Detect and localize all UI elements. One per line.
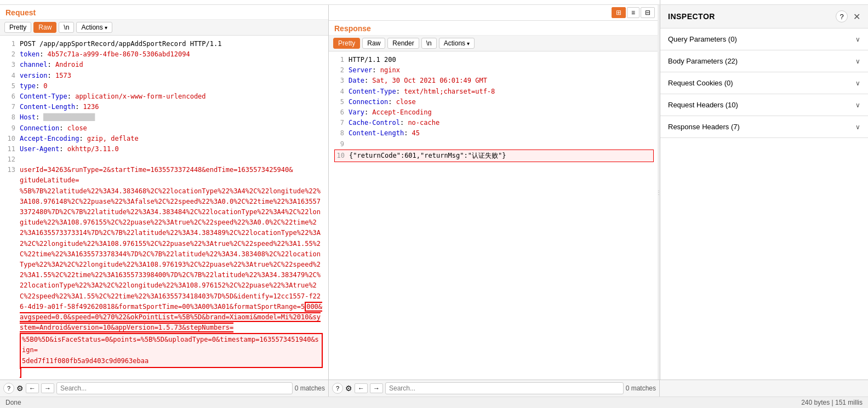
inspector-section-response-headers-header[interactable]: Response Headers (7) ∨ bbox=[660, 116, 868, 137]
inspector-response-headers-label: Response Headers (7) bbox=[668, 123, 740, 131]
response-toolbar: Pretty Raw Render \n Actions ▾ bbox=[329, 36, 659, 51]
request-settings-icon[interactable]: ⚙ bbox=[16, 384, 24, 393]
inspector-section-request-cookies-header[interactable]: Request Cookies (0) ∨ bbox=[660, 72, 868, 94]
status-bar: Done 240 bytes | 151 millis bbox=[0, 396, 868, 408]
inspector-section-query-params: Query Parameters (0) ∨ bbox=[660, 28, 868, 50]
request-code-area: 1POST /app/appSportRecord/appAddSportRec… bbox=[0, 36, 328, 380]
inspector-close-button[interactable]: ✕ bbox=[853, 12, 860, 22]
actions-chevron-icon: ▾ bbox=[105, 25, 107, 31]
response-settings-icon[interactable]: ⚙ bbox=[345, 384, 352, 393]
pretty-button[interactable]: Pretty bbox=[4, 22, 31, 33]
newline-button[interactable]: \n bbox=[59, 22, 74, 33]
status-right: 240 bytes | 151 millis bbox=[801, 399, 863, 406]
request-matches-text: 0 matches bbox=[295, 384, 325, 392]
inspector-section-body-params: Body Parameters (22) ∨ bbox=[660, 50, 868, 72]
inspector-query-params-label: Query Parameters (0) bbox=[668, 35, 737, 43]
request-panel: Request Pretty Raw \n Actions ▾ 1POST /a… bbox=[0, 5, 329, 380]
inspector-request-cookies-label: Request Cookies (0) bbox=[668, 79, 733, 87]
request-cookies-chevron-icon: ∨ bbox=[855, 79, 860, 87]
response-pretty-button[interactable]: Pretty bbox=[333, 38, 360, 49]
request-search-bar: ? ⚙ ← → 0 matches bbox=[0, 380, 329, 396]
body-params-chevron-icon: ∨ bbox=[855, 58, 860, 65]
inspector-body-params-label: Body Parameters (22) bbox=[668, 57, 738, 65]
inspector-section-body-params-header[interactable]: Body Parameters (22) ∨ bbox=[660, 50, 868, 72]
inspector-section-query-params-header[interactable]: Query Parameters (0) ∨ bbox=[660, 28, 868, 50]
status-left: Done bbox=[5, 399, 21, 406]
request-search-input[interactable] bbox=[56, 382, 293, 394]
inspector-help-button[interactable]: ? bbox=[836, 10, 848, 22]
response-headers-chevron-icon: ∨ bbox=[855, 123, 860, 131]
inspector-section-request-headers-header[interactable]: Request Headers (10) ∨ bbox=[660, 94, 868, 116]
inspector-header: INSPECTOR ? ✕ bbox=[660, 5, 868, 28]
view-toggle-grid[interactable]: ⊞ bbox=[612, 7, 626, 18]
response-code-area: 1HTTP/1.1 200 2Server: nginx 3Date: Sat,… bbox=[329, 51, 659, 380]
request-prev-match-button[interactable]: ← bbox=[26, 383, 39, 393]
inspector-section-request-cookies: Request Cookies (0) ∨ bbox=[660, 72, 868, 94]
response-search-bar: ? ⚙ ← → 0 matches bbox=[329, 380, 660, 396]
inspector-request-headers-label: Request Headers (10) bbox=[668, 101, 738, 109]
response-matches-text: 0 matches bbox=[626, 384, 656, 392]
response-actions-chevron-icon: ▾ bbox=[467, 41, 470, 47]
raw-button[interactable]: Raw bbox=[33, 22, 56, 33]
response-raw-button[interactable]: Raw bbox=[362, 38, 385, 49]
response-newline-button[interactable]: \n bbox=[421, 38, 437, 49]
request-title: Request bbox=[0, 5, 328, 20]
view-toggle-list[interactable]: ≡ bbox=[627, 7, 639, 18]
request-help-icon[interactable]: ? bbox=[3, 383, 14, 394]
response-prev-match-button[interactable]: ← bbox=[355, 383, 368, 393]
query-params-chevron-icon: ∨ bbox=[855, 36, 860, 43]
response-search-input[interactable] bbox=[385, 382, 624, 394]
actions-button[interactable]: Actions ▾ bbox=[76, 22, 112, 33]
request-headers-chevron-icon: ∨ bbox=[855, 101, 860, 109]
response-actions-button[interactable]: Actions ▾ bbox=[439, 38, 475, 49]
inspector-panel: INSPECTOR ? ✕ Query Parameters (0) ∨ Bod… bbox=[660, 5, 868, 380]
response-title: Response bbox=[329, 21, 659, 36]
request-next-match-button[interactable]: → bbox=[41, 383, 54, 393]
view-toggle-group: ⊞ ≡ ⊟ bbox=[612, 7, 655, 18]
response-next-match-button[interactable]: → bbox=[370, 383, 383, 393]
response-panel: ⊞ ≡ ⊟ Response Pretty Raw Render \n Acti… bbox=[329, 5, 660, 380]
response-render-button[interactable]: Render bbox=[387, 38, 419, 49]
inspector-section-request-headers: Request Headers (10) ∨ bbox=[660, 94, 868, 116]
inspector-section-response-headers: Response Headers (7) ∨ bbox=[660, 116, 868, 138]
request-toolbar: Pretty Raw \n Actions ▾ bbox=[0, 20, 328, 36]
inspector-title: INSPECTOR bbox=[668, 12, 715, 21]
view-toggle-compact[interactable]: ⊟ bbox=[641, 7, 655, 18]
response-help-icon[interactable]: ? bbox=[332, 383, 343, 394]
